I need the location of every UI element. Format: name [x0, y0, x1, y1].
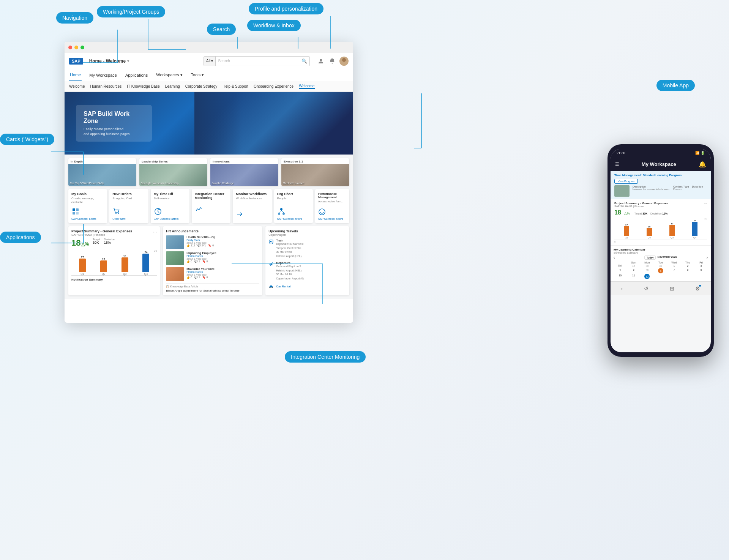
widget-integration-center[interactable]: Integration Center Monitoring	[192, 189, 230, 223]
hero-image	[194, 92, 353, 155]
cal-next-button[interactable]: ›	[707, 256, 708, 260]
chart-card[interactable]: Project Summary - General Expenses SAP S…	[68, 226, 160, 295]
mobile-footer: ‹ ↺ ⊞ ⚙	[611, 281, 711, 295]
media-card-in-depth[interactable]: In Depth The Top 5 Wind Power FAQs	[68, 158, 136, 186]
bar-q2: 15 Q2	[94, 258, 113, 275]
svg-line-30	[281, 210, 284, 213]
svg-point-38	[272, 287, 273, 288]
nav-home[interactable]: Home	[69, 69, 82, 81]
widget-performance[interactable]: Performance Management Access review for…	[315, 189, 349, 223]
user-avatar[interactable]	[339, 57, 349, 66]
nav-my-workspace[interactable]: My Workspace	[88, 69, 118, 81]
cal-today-button[interactable]: Today	[644, 256, 656, 260]
browser-close-btn[interactable]	[68, 46, 72, 49]
mobile-grid-icon[interactable]: ⊞	[670, 286, 674, 292]
mobile-header: ≡ My Workspace 🔔	[611, 157, 711, 171]
browser-maximize-btn[interactable]	[80, 46, 84, 49]
calendar-month: November 2022	[657, 256, 677, 260]
secondary-nav: Welcome Human Resources IT Knowledge Bas…	[65, 81, 353, 92]
search-label: Search	[207, 24, 236, 35]
applications-label: Applications	[0, 232, 41, 243]
nav-tools[interactable]: Tools ▾	[190, 69, 205, 81]
chart-title: Project Summary - General Expenses	[71, 229, 132, 233]
browser-topbar	[65, 42, 353, 53]
performance-icon	[318, 208, 346, 218]
learning-card[interactable]: Time Management: Blended Learning Progra…	[611, 171, 711, 199]
mobile-chart-options[interactable]: ···	[704, 202, 707, 208]
nav-workspaces[interactable]: Workspaces ▾	[155, 69, 183, 81]
search-scope-selector[interactable]: All ▾	[204, 57, 216, 66]
cal-prev-button[interactable]: ‹	[614, 256, 615, 260]
mobile-today-icon[interactable]: ↺	[644, 286, 649, 292]
cards-label: Cards ("Widgets")	[0, 134, 54, 145]
sap-logo: SAP	[69, 58, 83, 65]
announcement-item-1[interactable]: Health Benefits - Oj Emily Clark about 1…	[166, 235, 259, 249]
media-card-innovations[interactable]: Innovations Join the Challenge	[210, 158, 278, 186]
mobile-back-icon[interactable]: ‹	[621, 286, 623, 292]
sec-nav-onboarding[interactable]: Onboarding Experience	[254, 84, 293, 88]
breadcrumb[interactable]: Home - Welcome ▾	[89, 58, 129, 64]
view-program-button[interactable]: View Program	[614, 179, 638, 184]
primary-nav: Home My Workspace Applications Workspace…	[65, 69, 353, 81]
media-card-image: Spotlight: Women in Leadership	[139, 164, 207, 186]
mobile-chart-card[interactable]: Project Summary - General Expenses SAP S…	[611, 199, 711, 246]
sec-nav-learning[interactable]: Learning	[165, 84, 180, 88]
media-card-title: The Top 5 Wind Power FAQs	[70, 182, 135, 185]
media-card-image: The Top 5 Wind Power FAQs	[68, 164, 136, 186]
sec-nav-welcome[interactable]: Welcome	[69, 84, 85, 88]
kb-title: Blade Angle adjustment for SustainaMax W…	[166, 289, 259, 292]
svg-point-26	[280, 208, 282, 210]
widget-my-goals[interactable]: My Goals Create, manage, evaluate SAP Su…	[68, 189, 107, 223]
sec-nav-it[interactable]: IT Knowledge Base	[127, 84, 160, 88]
sec-nav-welcome2[interactable]: Welcome	[299, 84, 315, 89]
widget-org-chart[interactable]: Org Chart People SAP SuccessFactors	[274, 189, 313, 223]
mobile-hamburger-icon[interactable]: ≡	[615, 160, 619, 168]
content-area: In Depth The Top 5 Wind Power FAQs Leade…	[65, 155, 353, 299]
search-input[interactable]: Search	[216, 59, 299, 63]
widget-time-off[interactable]: My Time Off Self-service SAP SuccessFact…	[151, 189, 189, 223]
my-goals-icon	[71, 207, 104, 218]
svg-rect-21	[76, 212, 79, 215]
working-groups-label: Working/Project Groups	[97, 6, 165, 17]
announcement-item-3[interactable]: Maximize Your Inve Florian Buech about 1…	[166, 267, 259, 281]
time-off-icon	[154, 207, 186, 218]
svg-point-22	[115, 213, 117, 214]
hero-subtitle: Easily create personalizedand appealing …	[84, 127, 144, 136]
sec-nav-corporate[interactable]: Corporate Strategy	[185, 84, 218, 88]
widget-monitor-workflows[interactable]: Monitor Workflows Workflow Instances	[233, 189, 271, 223]
mobile-notification-icon[interactable]: 🔔	[699, 161, 706, 168]
mobile-settings-icon[interactable]: ⚙	[695, 286, 700, 292]
notification-summary: Notification Summary	[71, 278, 157, 281]
new-orders-icon	[112, 207, 145, 218]
mobile-mockup: 21:30 📶 🔋 ≡ My Workspace 🔔 Time Manageme…	[608, 144, 714, 357]
search-bar[interactable]: All ▾ Search 🔍	[204, 56, 310, 66]
announcements-card[interactable]: HR Announcements Health Benefits - Oj Em…	[163, 226, 262, 295]
travels-card[interactable]: Upcoming Travels Copenhagen Train Depart…	[265, 226, 349, 295]
mobile-big-number: 18	[614, 209, 621, 216]
search-submit-button[interactable]: 🔍	[299, 58, 309, 64]
svg-line-29	[279, 210, 281, 213]
user-profile-icon[interactable]	[317, 57, 325, 65]
learning-thumb	[614, 185, 630, 197]
browser-minimize-btn[interactable]	[74, 46, 78, 49]
widget-row: My Goals Create, manage, evaluate SAP Su…	[68, 189, 349, 223]
mobile-bar-chart: 17 Q1 15 Q2 19 Q3 24	[614, 220, 707, 239]
widget-new-orders[interactable]: New Orders Shopping Cart Order Now!	[109, 189, 148, 223]
mobile-app-label: Mobile App	[656, 80, 695, 91]
chart-options-button[interactable]: ···	[153, 229, 157, 235]
sap-header: SAP Home - Welcome ▾ All ▾ Search 🔍	[65, 53, 353, 69]
sec-nav-help[interactable]: Help & Support	[222, 84, 248, 88]
svg-rect-20	[76, 208, 79, 211]
announcement-thumb	[166, 267, 184, 281]
hero-title: SAP Build Work Zone	[84, 110, 144, 125]
calendar-grid: Sun Mon Tue Wed Thu Fri Sat 45 30 31 1 2…	[614, 261, 708, 279]
media-card-label: In Depth	[68, 158, 136, 164]
learning-link: Time Management: Blended Learning Progra…	[614, 174, 707, 177]
nav-applications[interactable]: Applications	[125, 69, 148, 81]
notification-bell-icon[interactable]	[328, 57, 336, 65]
svg-point-27	[278, 213, 280, 215]
media-card-leadership[interactable]: Leadership Series Spotlight: Women in Le…	[139, 158, 207, 186]
announcement-item-2[interactable]: Improving Employee Florian Buech about 1…	[166, 251, 259, 265]
sec-nav-hr[interactable]: Human Resources	[90, 84, 122, 88]
media-card-executive[interactable]: Executive 1:1 Meet with a coach	[281, 158, 349, 186]
